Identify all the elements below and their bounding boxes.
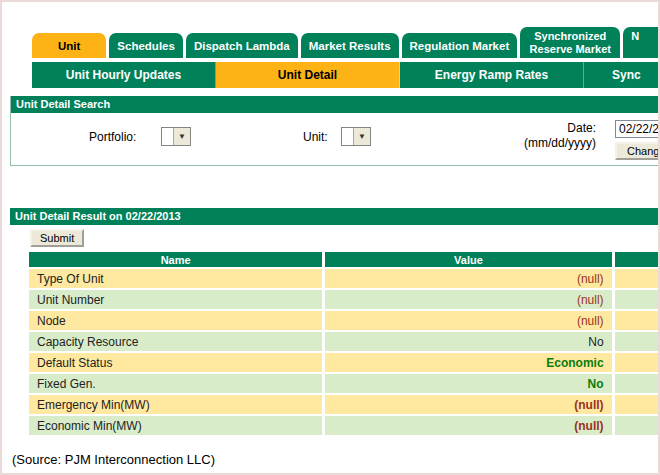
portfolio-label: Portfolio:: [89, 130, 136, 144]
cell-value: (null): [325, 416, 611, 435]
chevron-down-icon[interactable]: ▼: [353, 128, 370, 145]
table-header-name: Name: [29, 252, 322, 267]
table-header-row: Name Value: [29, 252, 660, 267]
table-header-value: Value: [325, 252, 611, 267]
window: Unit Schedules Dispatch Lambda Market Re…: [0, 0, 660, 475]
cell-extra: [615, 353, 660, 372]
cell-value: No: [325, 332, 611, 351]
tab-synchronized-reserve-market[interactable]: Synchronized Reserve Market: [520, 27, 620, 58]
table-row: Fixed Gen. No: [29, 374, 660, 393]
result-panel-title: Unit Detail Result on 02/22/2013: [10, 208, 660, 225]
change-button[interactable]: Change: [615, 142, 660, 160]
tab-schedules[interactable]: Schedules: [109, 33, 183, 58]
tab-regulation-market[interactable]: Regulation Market: [402, 33, 518, 58]
tab-dispatch-lambda-label: Dispatch Lambda: [194, 40, 290, 52]
tab-schedules-label: Schedules: [117, 40, 175, 52]
subtab-energy-ramp-rates[interactable]: Energy Ramp Rates: [400, 62, 584, 88]
subtab-sync-clipped[interactable]: Sync: [584, 62, 660, 88]
cell-extra: [615, 416, 660, 435]
tab-unit[interactable]: Unit: [32, 33, 106, 58]
cell-name: Type Of Unit: [29, 269, 322, 288]
search-panel-title: Unit Detail Search: [11, 96, 660, 113]
unit-label: Unit:: [303, 130, 328, 144]
app-content: Unit Schedules Dispatch Lambda Market Re…: [10, 2, 660, 437]
cell-name: Unit Number: [29, 290, 322, 309]
cell-extra: [615, 269, 660, 288]
tab-clipped-right[interactable]: N: [623, 27, 660, 58]
cell-name: Node: [29, 311, 322, 330]
cell-extra: [615, 332, 660, 351]
cell-name: Default Status: [29, 353, 322, 372]
table-header-extra: [615, 252, 660, 267]
tab-market-results[interactable]: Market Results: [301, 33, 399, 58]
subtab-energy-ramp-rates-label: Energy Ramp Rates: [435, 68, 548, 82]
table-row: Node (null): [29, 311, 660, 330]
subtab-unit-detail[interactable]: Unit Detail: [216, 62, 400, 88]
unit-detail-table: Name Value Type Of Unit (null) Unit Numb…: [26, 250, 660, 437]
tab-regulation-market-label: Regulation Market: [410, 40, 510, 52]
table-row: Default Status Economic: [29, 353, 660, 372]
cell-extra: [615, 395, 660, 414]
date-label: Date:: [466, 121, 596, 136]
source-caption: (Source: PJM Interconnection LLC): [12, 452, 215, 467]
cell-name: Capacity Resource: [29, 332, 322, 351]
cell-extra: [615, 374, 660, 393]
date-label-block: Date: (mm/dd/yyyy): [466, 121, 596, 151]
cell-extra: [615, 311, 660, 330]
tab-market-results-label: Market Results: [309, 40, 391, 52]
tab-synchronized-reserve-market-label: Synchronized Reserve Market: [530, 30, 611, 55]
tab-unit-label: Unit: [58, 40, 80, 52]
table-row: Unit Number (null): [29, 290, 660, 309]
subtab-sync-clipped-label: Sync: [612, 68, 641, 82]
cell-value: Economic: [325, 353, 611, 372]
cell-extra: [615, 290, 660, 309]
unit-detail-result-panel: Unit Detail Result on 02/22/2013 Submit …: [10, 208, 660, 437]
cell-name: Fixed Gen.: [29, 374, 322, 393]
cell-name: Economic Min(MW): [29, 416, 322, 435]
chevron-down-icon[interactable]: ▼: [173, 128, 190, 145]
table-row: Type Of Unit (null): [29, 269, 660, 288]
main-tab-bar: Unit Schedules Dispatch Lambda Market Re…: [32, 26, 660, 58]
date-input[interactable]: [615, 120, 660, 138]
subtab-unit-detail-label: Unit Detail: [278, 68, 337, 82]
cell-value: No: [325, 374, 611, 393]
subtab-unit-hourly-updates-label: Unit Hourly Updates: [66, 68, 181, 82]
date-format-label: (mm/dd/yyyy): [466, 136, 596, 151]
sub-tab-bar: Unit Hourly Updates Unit Detail Energy R…: [32, 62, 660, 88]
cell-name: Emergency Min(MW): [29, 395, 322, 414]
cell-value: (null): [325, 311, 611, 330]
portfolio-select[interactable]: ▼: [161, 127, 191, 146]
table-row: Capacity Resource No: [29, 332, 660, 351]
table-row: Emergency Min(MW) (null): [29, 395, 660, 414]
submit-button[interactable]: Submit: [30, 229, 84, 247]
search-form: Portfolio: ▼ Unit: ▼ Date: (mm/dd/yyyy) …: [11, 113, 660, 165]
cell-value: (null): [325, 269, 611, 288]
tab-clipped-right-label: N: [631, 30, 639, 42]
unit-select[interactable]: ▼: [341, 127, 371, 146]
tab-dispatch-lambda[interactable]: Dispatch Lambda: [186, 33, 298, 58]
subtab-unit-hourly-updates[interactable]: Unit Hourly Updates: [32, 62, 216, 88]
unit-detail-search-panel: Unit Detail Search Portfolio: ▼ Unit: ▼ …: [10, 96, 660, 166]
table-row: Economic Min(MW) (null): [29, 416, 660, 435]
cell-value: (null): [325, 395, 611, 414]
cell-value: (null): [325, 290, 611, 309]
